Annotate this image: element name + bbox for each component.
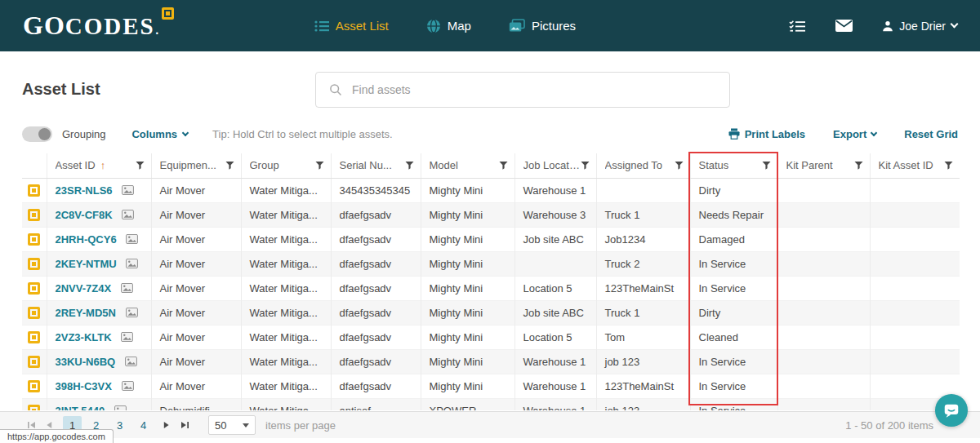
column-header-serial[interactable]: Serial Nu... bbox=[331, 153, 421, 178]
cell-group: Water Mitiga... bbox=[241, 227, 331, 251]
cell-job-location: Warehouse 1 bbox=[514, 178, 596, 202]
table-row[interactable]: 23SR-NLS6 Air Mover Water Mitiga... 3454… bbox=[22, 178, 960, 202]
mail-icon[interactable] bbox=[835, 20, 853, 32]
pager-range-label: 1 - 50 of 200 items bbox=[845, 419, 933, 432]
page-size-select[interactable]: 50 bbox=[208, 415, 256, 435]
cell-assigned-to: Truck 1 bbox=[596, 300, 690, 325]
table-row[interactable]: 2REY-MD5N Air Mover Water Mitiga... dfae… bbox=[22, 300, 960, 325]
app-window: GOCODES. Asset List Map bbox=[0, 0, 980, 443]
column-header-kit_parent[interactable]: Kit Parent bbox=[777, 153, 870, 178]
qr-code-icon[interactable] bbox=[28, 405, 40, 410]
search-icon bbox=[329, 83, 342, 96]
checklist-icon[interactable] bbox=[789, 20, 806, 33]
table-row[interactable]: 3INT-5440 Dehumidifi... Water Mitiga... … bbox=[22, 398, 960, 410]
table-row[interactable]: 2NVV-7Z4X Air Mover Water Mitiga... dfae… bbox=[22, 276, 960, 300]
asset-id-link[interactable]: 2KEY-NTMU bbox=[56, 258, 117, 270]
asset-id-link[interactable]: 2REY-MD5N bbox=[56, 307, 116, 319]
cell-equipment: Air Mover bbox=[151, 349, 241, 374]
photo-icon bbox=[114, 405, 127, 411]
qr-code-icon[interactable] bbox=[28, 258, 40, 270]
reset-grid-button[interactable]: Reset Grid bbox=[904, 128, 958, 140]
cell-serial-number: antisef bbox=[331, 398, 421, 410]
pager-page-4[interactable]: 4 bbox=[134, 416, 153, 435]
nav-tab-asset-list[interactable]: Asset List bbox=[314, 19, 389, 33]
qr-code-icon[interactable] bbox=[28, 356, 40, 368]
column-header-equipment[interactable]: Equipmen... bbox=[151, 153, 241, 178]
qr-code-icon[interactable] bbox=[28, 307, 40, 319]
column-header-assigned_to[interactable]: Assigned To bbox=[596, 153, 690, 178]
table-row[interactable]: 398H-C3VX Air Mover Water Mitiga... dfae… bbox=[22, 374, 960, 398]
filter-funnel-icon[interactable] bbox=[944, 161, 953, 170]
photo-icon bbox=[126, 308, 138, 317]
asset-id-link[interactable]: 2C8V-CF8K bbox=[56, 209, 113, 221]
asset-id-link[interactable]: 23SR-NLS6 bbox=[56, 184, 113, 197]
filter-funnel-icon[interactable] bbox=[225, 161, 234, 170]
qr-code-icon[interactable] bbox=[28, 233, 40, 246]
nav-label-map: Map bbox=[448, 19, 471, 33]
cell-assigned-to: Tom bbox=[596, 325, 690, 349]
filter-funnel-icon[interactable] bbox=[315, 161, 324, 170]
nav-tab-map[interactable]: Map bbox=[426, 19, 471, 33]
grid-toolbar: Grouping Columns Tip: Hold Ctrl to selec… bbox=[0, 122, 980, 145]
filter-funnel-icon[interactable] bbox=[136, 161, 145, 170]
asset-id-link[interactable]: 2VZ3-KLTK bbox=[56, 331, 112, 343]
column-header-asset_id[interactable]: Asset ID ↑ bbox=[47, 153, 151, 178]
table-row[interactable]: 33KU-N6BQ Air Mover Water Mitiga... dfae… bbox=[22, 349, 960, 374]
column-header-kit_asset_id[interactable]: Kit Asset ID bbox=[870, 153, 960, 178]
filter-funnel-icon[interactable] bbox=[405, 161, 414, 170]
cell-equipment: Air Mover bbox=[151, 178, 241, 202]
last-page-button[interactable] bbox=[176, 416, 194, 434]
search-box bbox=[315, 72, 730, 108]
asset-id-link[interactable]: 2HRH-QCY6 bbox=[56, 233, 117, 246]
photo-icon bbox=[121, 332, 133, 342]
columns-button[interactable]: Columns bbox=[131, 128, 188, 140]
cell-job-location: Location 5 bbox=[514, 276, 596, 300]
filter-funnel-icon[interactable] bbox=[762, 161, 771, 170]
table-row[interactable]: 2KEY-NTMU Air Mover Water Mitiga... dfae… bbox=[22, 251, 960, 276]
next-page-button[interactable] bbox=[158, 416, 176, 434]
user-icon bbox=[882, 20, 893, 32]
cell-kit-asset-id bbox=[870, 202, 960, 227]
chat-widget-button[interactable] bbox=[935, 394, 968, 427]
column-header-job_location[interactable]: Job Locati... bbox=[514, 153, 596, 178]
asset-id-link[interactable]: 398H-C3VX bbox=[56, 380, 112, 392]
column-header-model[interactable]: Model bbox=[421, 153, 514, 178]
qr-code-icon[interactable] bbox=[28, 380, 40, 392]
cell-job-location bbox=[514, 251, 596, 276]
column-header-status[interactable]: Status bbox=[690, 153, 777, 178]
chat-bubble-icon bbox=[942, 401, 960, 419]
cell-kit-parent bbox=[777, 374, 870, 398]
qr-code-icon[interactable] bbox=[28, 331, 40, 343]
print-labels-button[interactable]: Print Labels bbox=[728, 128, 805, 140]
table-row[interactable]: 2VZ3-KLTK Air Mover Water Mitiga... dfae… bbox=[22, 325, 960, 349]
cell-kit-parent bbox=[777, 325, 870, 349]
chevron-down-icon bbox=[951, 20, 959, 29]
qr-code-icon[interactable] bbox=[28, 184, 40, 197]
nav-tab-pictures[interactable]: Pictures bbox=[509, 19, 576, 33]
export-button[interactable]: Export bbox=[833, 128, 876, 140]
user-name: Joe Drier bbox=[899, 20, 946, 33]
grouping-toggle[interactable] bbox=[22, 126, 52, 142]
gocodes-logo[interactable]: GOCODES. bbox=[23, 11, 176, 41]
qr-code-icon[interactable] bbox=[28, 209, 40, 221]
cell-model: Mighty Mini bbox=[421, 227, 514, 251]
filter-funnel-icon[interactable] bbox=[675, 161, 684, 170]
cell-serial-number: dfaefgsadv bbox=[331, 227, 421, 251]
qr-code-icon[interactable] bbox=[28, 282, 40, 295]
cell-group: Water Mitiga... bbox=[241, 276, 331, 300]
user-menu[interactable]: Joe Drier bbox=[882, 20, 957, 33]
table-row[interactable]: 2HRH-QCY6 Air Mover Water Mitiga... dfae… bbox=[22, 227, 960, 251]
asset-id-link[interactable]: 3INT-5440 bbox=[56, 405, 105, 411]
browser-status-url: https://app.gocodes.com bbox=[0, 429, 114, 443]
filter-funnel-icon[interactable] bbox=[499, 161, 508, 170]
photo-icon bbox=[126, 234, 138, 244]
filter-funnel-icon[interactable] bbox=[581, 161, 590, 170]
search-input[interactable] bbox=[352, 83, 716, 96]
cell-group: Water Mitiga... bbox=[241, 398, 331, 410]
table-row[interactable]: 2C8V-CF8K Air Mover Water Mitiga... dfae… bbox=[22, 202, 960, 227]
asset-id-link[interactable]: 33KU-N6BQ bbox=[56, 356, 116, 368]
asset-id-link[interactable]: 2NVV-7Z4X bbox=[56, 282, 112, 295]
list-icon bbox=[314, 20, 329, 32]
filter-funnel-icon[interactable] bbox=[854, 161, 863, 170]
column-header-group[interactable]: Group bbox=[241, 153, 331, 178]
